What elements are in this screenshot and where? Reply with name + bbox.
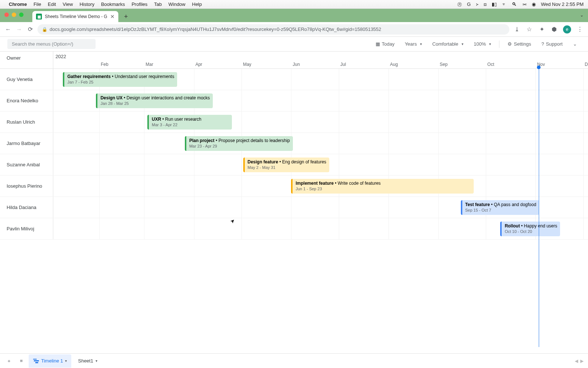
card-desc: • Eng design of features — [278, 159, 326, 164]
month-label-dec: Dec — [583, 62, 588, 67]
timeline-row: Enora NedelkoDesign UX • Design user int… — [0, 90, 588, 112]
mac-menu-file[interactable]: File — [33, 1, 41, 7]
bluetooth-icon[interactable]: ᚛ — [476, 1, 478, 7]
owner-cell: Suzanne Anibal — [0, 154, 53, 175]
card-desc: • Understand user requirements — [111, 74, 174, 79]
density-select[interactable]: Comfortable — [429, 39, 467, 49]
timeline-row: Suzanne AnibalDesign feature • Eng desig… — [0, 154, 588, 176]
browser-tab[interactable]: ▦ Sheets Timeline View Demo - G ✕ — [32, 11, 118, 22]
dropbox-icon[interactable]: ⧈ — [484, 1, 487, 7]
extensions-icon[interactable]: ✦ — [538, 26, 545, 33]
chevron-down-icon[interactable]: ▾ — [96, 359, 97, 363]
settings-button[interactable]: ⚙Settings — [504, 39, 535, 49]
window-controls — [4, 13, 24, 17]
month-label-apr: Apr — [194, 62, 202, 67]
timeline-card[interactable]: Implement feature • Write code of featur… — [291, 179, 473, 194]
card-desc: • Write code of features — [334, 181, 381, 186]
wifi-icon[interactable]: ᯤ — [502, 1, 507, 7]
timeline-row: Iosephus PierinoImplement feature • Writ… — [0, 176, 588, 197]
mac-menu-history[interactable]: History — [79, 1, 94, 7]
google-icon[interactable]: G — [467, 1, 471, 7]
month-label-feb: Feb — [99, 62, 108, 67]
mac-menu-tab[interactable]: Tab — [154, 1, 162, 7]
timeline-lane[interactable]: Gather requirements • Understand user re… — [53, 69, 588, 90]
chrome-menu-icon[interactable]: ⋮ — [576, 26, 584, 33]
card-title: Gather requirements — [67, 74, 111, 79]
card-title: Implement feature — [295, 181, 333, 186]
back-button[interactable]: ← — [4, 26, 12, 33]
forward-button[interactable]: → — [15, 26, 23, 33]
month-label-jul: Jul — [339, 62, 346, 67]
sheets-timeline-toolbar: Search the menus (Option+/) ▦Today Years… — [0, 37, 588, 52]
profile-avatar[interactable]: e — [563, 25, 571, 33]
gear-icon: ⚙ — [508, 41, 512, 47]
card-desc: • Run user research — [161, 117, 201, 122]
install-app-icon[interactable]: ⤓ — [513, 26, 520, 33]
mac-menu-help[interactable]: Help — [192, 1, 202, 7]
extension-pin-icon[interactable]: ⬢ — [551, 26, 558, 33]
ime-icon[interactable]: ㊊ — [457, 1, 462, 8]
sheet-tab-bar: ＋ ≡ Timeline 1 ▾ Sheet1 ▾ ◀ ▶ — [0, 353, 588, 368]
scale-select[interactable]: Years — [401, 39, 426, 49]
close-window-button[interactable] — [4, 13, 9, 17]
timeline-lane[interactable]: Rollout • Happy end usersOct 10 - Oct 20 — [53, 218, 588, 239]
month-label-mar: Mar — [144, 62, 153, 67]
timeline-row: Pavlin MilivojRollout • Happy end usersO… — [0, 218, 588, 240]
card-title: Rollout — [505, 223, 520, 229]
timeline-card[interactable]: Design feature • Eng design of featuresM… — [243, 158, 329, 172]
mac-menu-window[interactable]: Window — [168, 1, 185, 7]
mac-menu-view[interactable]: View — [62, 1, 73, 7]
month-label-oct: Oct — [486, 62, 494, 67]
sheet-tab-timeline-1[interactable]: Timeline 1 ▾ — [29, 354, 71, 368]
timeline-card[interactable]: Rollout • Happy end usersOct 10 - Oct 20 — [500, 222, 560, 236]
spotlight-icon[interactable]: 🔍︎ — [512, 1, 517, 7]
card-dates: Oct 10 - Oct 20 — [505, 229, 557, 234]
timeline-lane[interactable]: Plan project • Propose project details t… — [53, 133, 588, 154]
timeline-icon — [33, 359, 39, 363]
timeline-lane[interactable]: Test feature • QA pass and dogfoodSep 15… — [53, 197, 588, 218]
collapse-panel-button[interactable]: ⌄ — [569, 39, 581, 49]
timeline-card[interactable]: Design UX • Design user interactions and… — [96, 93, 213, 108]
timeline-lane[interactable]: Design UX • Design user interactions and… — [53, 90, 588, 111]
timeline-card[interactable]: UXR • Run user researchMar 3 - Apr 22 — [147, 115, 232, 130]
mac-menu-bookmarks[interactable]: Bookmarks — [101, 1, 125, 7]
timeline-card[interactable]: Plan project • Propose project details t… — [185, 136, 293, 151]
minimize-window-button[interactable] — [12, 13, 16, 17]
new-tab-button[interactable]: + — [121, 12, 131, 21]
tab-overflow-icon[interactable]: ⌄ — [580, 13, 584, 18]
close-tab-icon[interactable]: ✕ — [110, 14, 115, 20]
card-desc: • Propose project details to leadership — [215, 138, 290, 143]
siri-icon[interactable]: ◉ — [532, 1, 536, 7]
card-desc: • Happy end users — [520, 223, 557, 229]
timeline-lane[interactable]: UXR • Run user researchMar 3 - Apr 22 — [53, 112, 588, 132]
zoom-select[interactable]: 100% — [470, 39, 495, 49]
timeline-body[interactable]: Guy VenetiaGather requirements • Underst… — [0, 69, 588, 347]
sheet-tab-sheet1[interactable]: Sheet1 ▾ — [74, 354, 101, 368]
mac-app-name[interactable]: Chrome — [9, 1, 27, 7]
group-column-header[interactable]: Owner — [0, 52, 53, 68]
support-button[interactable]: ?Support — [538, 39, 566, 49]
card-title: Test feature — [465, 202, 490, 207]
address-bar[interactable]: 🔒 docs.google.com/spreadsheets/d/1eIpOzJ… — [37, 24, 509, 35]
timeline-lane[interactable]: Implement feature • Write code of featur… — [53, 176, 588, 197]
bookmark-star-icon[interactable]: ☆ — [526, 26, 533, 33]
mac-menu-edit[interactable]: Edit — [48, 1, 56, 7]
all-sheets-button[interactable]: ≡ — [16, 356, 26, 366]
battery-icon[interactable]: ▮▯ — [492, 1, 497, 7]
today-button[interactable]: ▦Today — [372, 39, 398, 49]
mac-menu-profiles[interactable]: Profiles — [132, 1, 147, 7]
fullscreen-window-button[interactable] — [19, 13, 24, 17]
chevron-down-icon[interactable]: ▾ — [65, 359, 67, 363]
sheet-prev-icon[interactable]: ◀ — [574, 358, 579, 364]
timeline-lane[interactable]: Design feature • Eng design of featuresM… — [53, 154, 588, 175]
timeline-card[interactable]: Gather requirements • Understand user re… — [63, 72, 177, 87]
mac-clock[interactable]: Wed Nov 2 2:55 PM — [541, 1, 584, 7]
card-title: Plan project — [189, 138, 215, 143]
timeline-card[interactable]: Test feature • QA pass and dogfoodSep 15… — [461, 200, 539, 215]
reload-button[interactable]: ⟳ — [26, 26, 34, 33]
card-desc: • Design user interactions and create mo… — [122, 95, 210, 100]
add-sheet-button[interactable]: ＋ — [4, 356, 14, 366]
menu-search-input[interactable]: Search the menus (Option+/) — [7, 39, 96, 49]
control-center-icon[interactable]: ⫘ — [522, 1, 527, 7]
sheet-next-icon[interactable]: ▶ — [580, 358, 584, 364]
